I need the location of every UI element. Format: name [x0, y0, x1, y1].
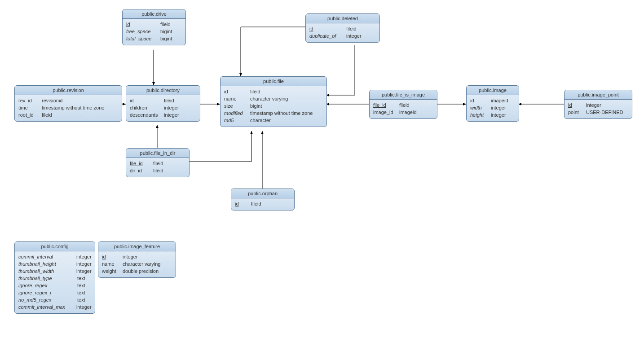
column-name: children — [130, 104, 161, 111]
column-type: fileid — [399, 101, 410, 109]
column-type: fileid — [251, 200, 261, 207]
column-type: integer — [123, 253, 138, 260]
table-config: public.configcommit_intervalintegerthumb… — [14, 241, 95, 314]
column-name: id — [470, 97, 488, 104]
table-row: idfileid — [130, 97, 196, 104]
table-row: idfileid — [235, 200, 291, 207]
table-row: free_spacebigint — [126, 28, 182, 35]
table-body: idintegernamecharacter varyingweightdoub… — [98, 251, 176, 277]
table-row: idfileid — [126, 21, 182, 28]
table-body: idfileidfree_spacebiginttotal_spacebigin… — [123, 19, 185, 45]
connector-deleted-to-file-right — [326, 45, 355, 95]
column-type: integer — [586, 101, 601, 109]
column-name: duplicate_of — [309, 32, 344, 39]
column-type: integer — [76, 260, 91, 267]
table-title: public.drive — [123, 9, 185, 19]
column-name: id — [130, 97, 161, 104]
connectors-layer — [0, 0, 644, 342]
column-type: character varying — [123, 260, 160, 267]
table-drive: public.driveidfileidfree_spacebiginttota… — [122, 9, 186, 45]
table-title: public.revision — [15, 86, 122, 95]
column-name: thumbnail_width — [18, 267, 74, 275]
column-name: total_space — [126, 35, 158, 42]
table-body: file_idfileidimage_idimageid — [370, 100, 437, 118]
table-title: public.file — [221, 77, 326, 86]
table-row: childreninteger — [130, 104, 196, 111]
table-body: idfileidchildrenintegerdescendantsintege… — [126, 95, 200, 121]
table-row: root_idfileid — [18, 111, 118, 118]
table-row: idimageid — [470, 97, 515, 104]
table-row: namecharacter varying — [102, 260, 172, 267]
table-row: md5character — [224, 117, 323, 124]
column-type: fileid — [153, 160, 163, 167]
column-name: name — [102, 260, 120, 267]
column-type: fileid — [42, 111, 52, 118]
table-title: public.config — [15, 242, 95, 251]
column-name: image_id — [373, 109, 397, 116]
table-row: idinteger — [568, 101, 628, 109]
column-name: modified — [224, 110, 247, 117]
column-type: integer — [491, 111, 506, 118]
table-title: public.file_is_image — [370, 90, 437, 100]
table-image: public.imageidimageidwidthintegerheighti… — [466, 85, 519, 122]
connector-file_in_dir-to-file — [189, 131, 251, 162]
column-type: integer — [164, 104, 179, 111]
table-title: public.orphan — [231, 189, 294, 198]
column-type: fileid — [346, 25, 357, 32]
table-row: image_idimageid — [373, 109, 433, 116]
table-title: public.image — [467, 86, 519, 95]
column-name: thumbnail_type — [18, 275, 75, 282]
column-type: integer — [76, 253, 91, 260]
column-type: bigint — [160, 35, 172, 42]
column-type: revisionid — [42, 97, 62, 104]
table-row: timetimestamp without time zone — [18, 104, 118, 111]
table-row: heightinteger — [470, 111, 515, 118]
column-type: integer — [76, 303, 91, 311]
table-row: total_spacebigint — [126, 35, 182, 42]
table-title: public.file_in_dir — [126, 149, 189, 158]
table-row: thumbnail_typetext — [18, 275, 91, 282]
column-name: commit_interval — [18, 253, 74, 260]
column-type: bigint — [160, 28, 172, 35]
column-name: descendants — [130, 111, 161, 118]
table-row: pointUSER-DEFINED — [568, 109, 628, 116]
column-name: commit_interval_max — [18, 303, 74, 311]
table-body: rev_idrevisionidtimetimestamp without ti… — [15, 95, 122, 121]
column-type: bigint — [250, 102, 262, 110]
column-type: text — [77, 275, 85, 282]
column-type: USER-DEFINED — [586, 109, 623, 116]
column-type: character — [250, 117, 271, 124]
column-type: text — [77, 296, 85, 303]
column-type: timestamp without time zone — [42, 104, 104, 111]
table-row: idfileid — [309, 25, 376, 32]
column-type: integer — [164, 111, 179, 118]
column-name: root_id — [18, 111, 39, 118]
column-name: file_id — [130, 160, 150, 167]
table-title: public.directory — [126, 86, 200, 95]
column-type: integer — [346, 32, 362, 39]
table-row: widthinteger — [470, 104, 515, 111]
column-name: point — [568, 109, 583, 116]
column-name: md5 — [224, 117, 247, 124]
column-name: id — [235, 200, 248, 207]
table-title: public.deleted — [306, 14, 379, 23]
column-name: id — [309, 25, 344, 32]
table-body: file_idfileiddir_idfileid — [126, 158, 189, 177]
table-revision: public.revisionrev_idrevisionidtimetimes… — [14, 85, 122, 122]
column-type: imageid — [491, 97, 508, 104]
table-body: idfileid — [231, 198, 294, 210]
column-type: fileid — [160, 21, 171, 28]
table-image_feature: public.image_featureidintegernamecharact… — [98, 241, 176, 278]
table-title: public.image_point — [565, 90, 632, 100]
table-image_point: public.image_pointidintegerpointUSER-DEF… — [564, 90, 632, 119]
column-name: weight — [102, 267, 120, 275]
column-type: character varying — [250, 95, 288, 102]
column-name: rev_id — [18, 97, 39, 104]
column-type: imageid — [399, 109, 417, 116]
table-row: file_idfileid — [130, 160, 185, 167]
column-name: ignore_regex_i — [18, 289, 75, 296]
column-name: no_md5_regex — [18, 296, 75, 303]
table-body: idfileidnamecharacter varyingsizebigintm… — [221, 86, 326, 127]
table-row: idfileid — [224, 88, 323, 95]
table-row: ignore_regex_itext — [18, 289, 91, 296]
